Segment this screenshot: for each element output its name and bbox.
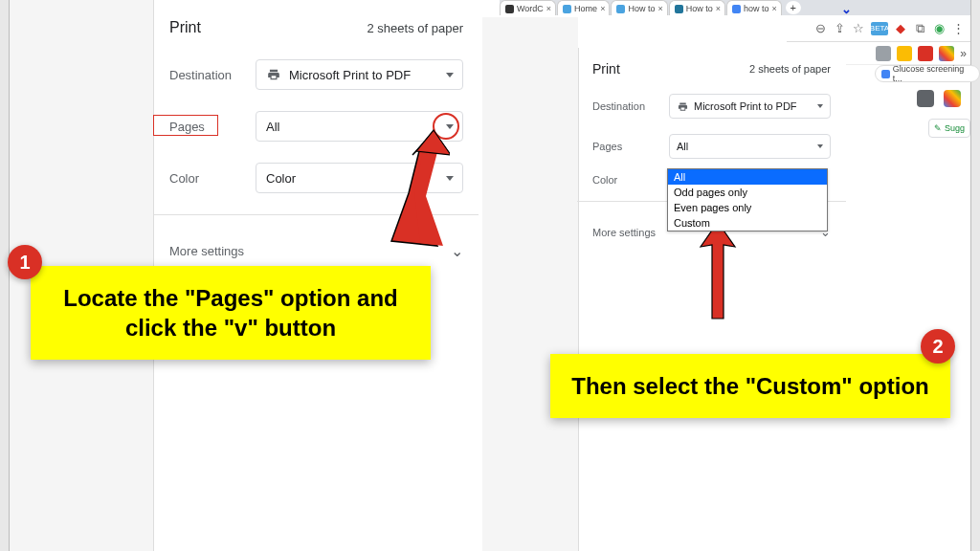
close-icon[interactable]: × bbox=[657, 4, 662, 13]
close-icon[interactable]: × bbox=[546, 4, 551, 13]
pages-label: Pages bbox=[169, 120, 256, 134]
pencil-icon: ✎ bbox=[934, 123, 942, 133]
toolbar-right: ⊖ ⇪ ☆ BETA ◆ ⧉ ◉ ⋮ bbox=[787, 15, 970, 42]
meet-icon[interactable] bbox=[944, 90, 961, 107]
browser-tab[interactable]: How to× bbox=[611, 0, 667, 15]
instruction-callout: Locate the "Pages" option and click the … bbox=[31, 266, 431, 360]
doc-side-icons bbox=[917, 90, 961, 107]
extension-icon[interactable] bbox=[897, 46, 912, 61]
color-select[interactable]: Color bbox=[256, 163, 463, 193]
caret-icon bbox=[446, 176, 454, 181]
destination-label: Destination bbox=[169, 68, 256, 82]
step-badge: 1 bbox=[8, 245, 42, 279]
extensions-menu-icon[interactable]: ⋮ bbox=[951, 22, 965, 35]
caret-icon bbox=[446, 73, 454, 77]
extension-icon[interactable] bbox=[876, 46, 891, 61]
tabs-overflow-icon[interactable]: ⌄ bbox=[841, 2, 853, 15]
caret-icon bbox=[446, 124, 454, 129]
extension-icon[interactable] bbox=[939, 46, 954, 61]
caret-icon bbox=[817, 104, 823, 108]
new-tab-button[interactable]: + bbox=[786, 1, 801, 14]
panel-title: Print bbox=[592, 61, 620, 77]
beta-badge: BETA bbox=[871, 22, 888, 35]
pages-option-even[interactable]: Even pages only bbox=[668, 200, 827, 215]
extension-icon[interactable]: ◆ bbox=[894, 22, 907, 35]
share-icon[interactable]: ⇪ bbox=[833, 22, 846, 35]
bookmarks-overflow-icon[interactable]: » bbox=[960, 47, 967, 60]
pages-option-all[interactable]: All bbox=[668, 169, 827, 185]
pages-select[interactable]: All bbox=[256, 111, 463, 142]
close-icon[interactable]: × bbox=[600, 4, 605, 13]
pages-option-odd[interactable]: Odd pages only bbox=[668, 185, 827, 200]
browser-tab[interactable]: Home× bbox=[557, 0, 610, 15]
pages-label: Pages bbox=[592, 141, 669, 152]
destination-select[interactable]: Microsoft Print to PDF bbox=[256, 59, 463, 90]
more-settings-toggle[interactable]: More settings ⌄ bbox=[169, 232, 463, 260]
close-icon[interactable]: × bbox=[771, 4, 776, 13]
close-icon[interactable]: × bbox=[716, 4, 721, 13]
pages-option-custom[interactable]: Custom bbox=[668, 215, 827, 231]
sheets-count: 2 sheets of paper bbox=[368, 21, 463, 35]
browser-tab[interactable]: how to× bbox=[726, 0, 782, 15]
sheets-count: 2 sheets of paper bbox=[749, 63, 831, 75]
step-badge: 2 bbox=[921, 329, 955, 364]
color-label: Color bbox=[592, 174, 669, 186]
browser-tab[interactable]: How to× bbox=[669, 0, 725, 15]
printer-icon bbox=[677, 101, 689, 112]
bookmarks-bar: » bbox=[846, 42, 970, 65]
printer-icon bbox=[266, 68, 281, 81]
zoom-out-icon[interactable]: ⊖ bbox=[813, 22, 827, 35]
destination-select[interactable]: Microsoft Print to PDF bbox=[669, 94, 831, 119]
caret-icon bbox=[817, 144, 823, 148]
browser-tab[interactable]: WordC× bbox=[500, 0, 556, 15]
chevron-down-icon: ⌄ bbox=[451, 242, 463, 260]
extension-icon[interactable] bbox=[918, 46, 933, 61]
star-icon[interactable]: ☆ bbox=[852, 22, 865, 35]
bookmark-chip[interactable]: Glucose screening t... bbox=[875, 65, 980, 82]
color-label: Color bbox=[169, 171, 256, 186]
destination-label: Destination bbox=[592, 100, 669, 112]
pages-select[interactable]: All bbox=[669, 134, 831, 159]
suggesting-chip[interactable]: ✎ Sugg bbox=[928, 119, 970, 138]
panel-title: Print bbox=[169, 19, 201, 36]
print-dialog-right: Print 2 sheets of paper Destination Micr… bbox=[578, 48, 846, 551]
browser-tabbar: WordC× Home× How to× How to× how to× + ⌄ bbox=[500, 0, 970, 15]
instruction-callout: Then select the "Custom" option bbox=[550, 354, 950, 418]
extension-icon[interactable]: ◉ bbox=[932, 22, 946, 35]
extension-icon[interactable]: ⧉ bbox=[913, 22, 926, 35]
chat-icon[interactable] bbox=[917, 90, 934, 107]
pages-dropdown-menu: All Odd pages only Even pages only Custo… bbox=[667, 168, 828, 231]
